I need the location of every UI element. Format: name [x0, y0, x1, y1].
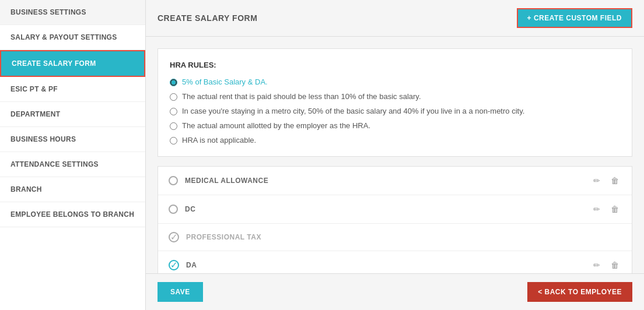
allowance-name-professional-tax: PROFESSIONAL TAX: [186, 233, 621, 241]
hra-option-label: In case you're staying in a metro city, …: [182, 107, 524, 115]
page-header: CREATE SALARY FORM + CREATE CUSTOM FIELD: [146, 0, 644, 37]
sidebar-item-attendance-settings[interactable]: ATTENDANCE SETTINGS: [0, 152, 145, 177]
hra-option-label: HRA is not applicable.: [182, 136, 256, 145]
sidebar-item-employee-belongs-to-branch[interactable]: EMPLOYEE BELONGS TO BRANCH: [0, 202, 145, 227]
sidebar-item-business-hours[interactable]: BUSINESS HOURS: [0, 127, 145, 152]
create-custom-field-button[interactable]: + CREATE CUSTOM FIELD: [517, 8, 632, 28]
sidebar-item-esic-pt-pf[interactable]: ESIC PT & PF: [0, 77, 145, 102]
allowance-row-professional-tax: ✓PROFESSIONAL TAX: [158, 224, 632, 251]
hra-option-label: 5% of Basic Salary & DA.: [182, 78, 268, 86]
allowance-actions-da: ✏🗑: [591, 259, 621, 271]
page-title: CREATE SALARY FORM: [158, 13, 257, 23]
allowance-row-da: ✓DA✏🗑: [158, 251, 632, 273]
hra-option-label: The actual amount allotted by the employ…: [182, 121, 370, 130]
page-footer: SAVE < BACK TO EMPLOYEE: [146, 273, 644, 310]
hra-option-hra-5[interactable]: HRA is not applicable.: [170, 136, 620, 145]
back-to-employee-button[interactable]: < BACK TO EMPLOYEE: [527, 282, 632, 302]
hra-option-hra-4[interactable]: The actual amount allotted by the employ…: [170, 121, 620, 130]
allowance-delete-button-da[interactable]: 🗑: [608, 259, 621, 271]
content-area: HRA RULES: 5% of Basic Salary & DA.The a…: [146, 37, 644, 273]
sidebar-item-salary-payout-settings[interactable]: SALARY & PAYOUT SETTINGS: [0, 25, 145, 50]
hra-radio-hra-5[interactable]: [170, 137, 177, 145]
allowance-delete-button-medical-allowance[interactable]: 🗑: [608, 175, 621, 186]
hra-option-hra-1[interactable]: 5% of Basic Salary & DA.: [170, 78, 620, 86]
allowance-name-da: DA: [186, 261, 591, 269]
allowance-row-medical-allowance: MEDICAL ALLOWANCE✏🗑: [158, 167, 632, 195]
hra-radio-hra-2[interactable]: [170, 93, 177, 101]
main-content: CREATE SALARY FORM + CREATE CUSTOM FIELD…: [146, 0, 644, 310]
allowance-edit-button-da[interactable]: ✏: [591, 259, 603, 271]
hra-option-label: The actual rent that is paid should be l…: [182, 92, 421, 101]
hra-options: 5% of Basic Salary & DA.The actual rent …: [170, 78, 620, 145]
allowance-name-medical-allowance: MEDICAL ALLOWANCE: [185, 177, 591, 185]
allowance-radio-medical-allowance[interactable]: [169, 176, 178, 185]
sidebar: BUSINESS SETTINGSSALARY & PAYOUT SETTING…: [0, 0, 146, 310]
sidebar-item-branch[interactable]: BRANCH: [0, 177, 145, 202]
hra-radio-hra-4[interactable]: [170, 122, 177, 130]
save-button[interactable]: SAVE: [158, 282, 203, 302]
allowance-edit-button-medical-allowance[interactable]: ✏: [591, 175, 603, 186]
allowance-name-dc: DC: [185, 205, 591, 213]
allowance-check-icon-da: ✓: [169, 260, 179, 270]
allowance-edit-button-dc[interactable]: ✏: [591, 203, 603, 215]
hra-rules-title: HRA RULES:: [170, 61, 620, 69]
hra-radio-hra-1[interactable]: [170, 79, 177, 86]
hra-option-hra-2[interactable]: The actual rent that is paid should be l…: [170, 92, 620, 101]
sidebar-item-create-salary-form[interactable]: CREATE SALARY FORM: [0, 50, 145, 77]
allowance-row-dc: DC✏🗑: [158, 195, 632, 224]
sidebar-item-department[interactable]: DEPARTMENT: [0, 102, 145, 127]
hra-option-hra-3[interactable]: In case you're staying in a metro city, …: [170, 107, 620, 115]
allowance-actions-dc: ✏🗑: [591, 203, 621, 215]
hra-radio-hra-3[interactable]: [170, 108, 177, 115]
sidebar-item-business-settings[interactable]: BUSINESS SETTINGS: [0, 0, 145, 25]
allowance-delete-button-dc[interactable]: 🗑: [608, 203, 621, 215]
allowance-check-icon-professional-tax: ✓: [169, 232, 179, 242]
hra-rules-section: HRA RULES: 5% of Basic Salary & DA.The a…: [158, 48, 632, 157]
allowances-section: MEDICAL ALLOWANCE✏🗑DC✏🗑✓PROFESSIONAL TAX…: [158, 166, 632, 273]
allowance-radio-dc[interactable]: [169, 205, 178, 214]
allowance-actions-medical-allowance: ✏🗑: [591, 175, 621, 186]
